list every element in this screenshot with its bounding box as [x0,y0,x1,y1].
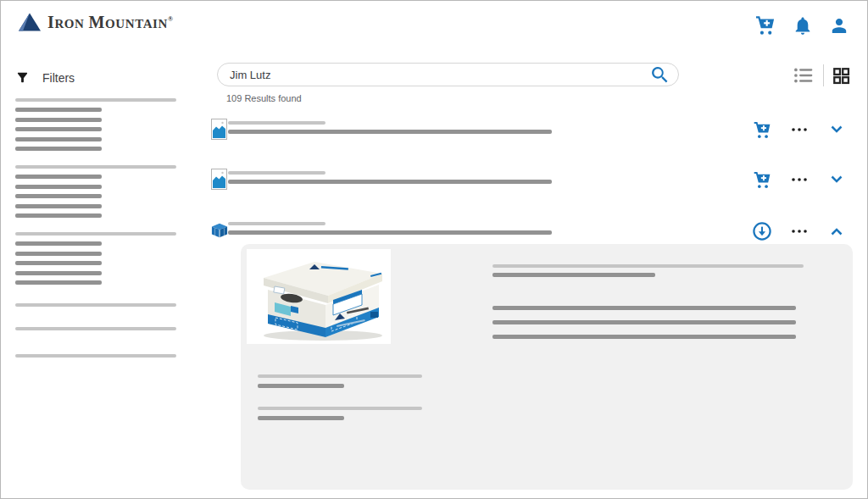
person-icon [829,15,849,36]
filter-option-skeleton [15,204,102,208]
chevron-up-icon [826,221,847,241]
result-actions [752,169,847,190]
filters-header: Filters [1,52,204,85]
cart-plus-icon [752,170,772,190]
app-window: IRONMOUNTAIN® [0,0,868,499]
result-title-skeleton [228,121,326,125]
cart-plus-icon [752,120,772,140]
collapsed-filter-section [1,327,204,330]
brand-logo: IRONMOUNTAIN® [18,12,174,32]
list-view-icon [793,65,815,86]
download-button[interactable] [752,220,772,242]
more-options-button[interactable] [791,176,808,183]
ellipsis-icon [791,126,808,133]
search-bar [217,63,679,86]
filter-group [1,232,204,285]
ellipsis-icon [791,176,808,183]
image-document-icon [211,169,227,193]
chevron-down-icon [826,119,847,140]
detail-line-skeleton [492,335,796,339]
filter-option-skeleton [15,241,102,246]
view-toggle-divider [823,64,824,86]
ellipsis-icon [791,228,808,235]
chevron-down-icon [826,169,847,190]
filter-option-skeleton [15,175,102,179]
bell-icon [793,15,813,36]
notifications-button[interactable] [793,15,813,36]
detail-line-skeleton [492,306,796,310]
result-text-skeleton [228,121,552,134]
add-to-cart-button[interactable] [754,14,776,36]
list-view-button[interactable] [793,65,815,86]
result-row-expanded [211,219,851,243]
result-text-skeleton [228,222,552,235]
filter-section-header-skeleton [15,354,176,358]
detail-field-value-skeleton [258,384,344,388]
result-title-skeleton [228,222,326,225]
filters-sidebar: Filters [1,52,204,358]
filter-group [1,98,204,151]
filter-option-skeleton [15,280,102,285]
result-description-skeleton [228,230,552,235]
filter-option-skeleton [15,271,102,275]
cart-plus-icon [754,14,776,36]
result-row [211,119,851,142]
filter-funnel-icon [15,70,30,85]
result-text-skeleton [228,171,552,184]
collapsed-filter-section [1,303,204,307]
grid-view-icon [832,66,851,86]
search-input[interactable] [230,69,650,81]
detail-heading-skeleton [492,264,804,268]
storage-box-icon [211,222,228,242]
more-options-button[interactable] [791,126,808,133]
detail-subheading-skeleton [492,273,655,277]
view-toggles [793,64,851,86]
filter-option-skeleton [15,118,102,122]
filter-option-skeleton [15,261,102,265]
brand-name: IRONMOUNTAIN® [47,13,174,32]
result-title-skeleton [228,171,326,175]
result-row [211,169,851,192]
filter-section-header-skeleton [15,165,176,169]
detail-line-skeleton [492,320,796,324]
results-count: 109 Results found [226,93,302,103]
storage-box-photo [247,249,391,344]
filter-section-header-skeleton [15,98,176,102]
expand-button[interactable] [826,169,847,190]
expand-button[interactable] [826,119,847,140]
collapse-button[interactable] [826,221,847,241]
add-to-cart-button[interactable] [752,120,772,140]
iron-mountain-triangle-icon [18,12,42,32]
detail-field-label-skeleton [258,374,422,378]
grid-view-button[interactable] [832,66,851,86]
account-button[interactable] [829,15,849,36]
detail-field-label-skeleton [258,407,422,410]
filter-section-header-skeleton [15,327,176,330]
download-icon [752,220,772,242]
filter-option-skeleton [15,252,102,256]
result-description-skeleton [228,130,552,134]
add-to-cart-button[interactable] [752,170,772,190]
result-description-skeleton [228,180,552,184]
search-icon [650,65,670,85]
result-actions [752,119,847,140]
image-document-icon [211,119,227,143]
filter-option-skeleton [15,194,102,198]
filter-option-skeleton [15,185,102,189]
filter-option-skeleton [15,213,102,218]
filter-option-skeleton [15,137,102,141]
filters-title: Filters [42,71,75,85]
filter-option-skeleton [15,147,102,151]
filter-group [1,165,204,218]
collapsed-filter-section [1,354,204,358]
filter-section-header-skeleton [15,303,176,307]
search-button[interactable] [650,65,670,85]
result-detail-panel [241,244,853,490]
filter-option-skeleton [15,108,102,112]
result-actions [752,220,847,242]
filter-section-header-skeleton [15,232,176,236]
header-actions [754,14,849,36]
more-options-button[interactable] [791,228,808,235]
detail-field-value-skeleton [258,416,344,420]
iron-mountain-box-image [247,249,391,344]
